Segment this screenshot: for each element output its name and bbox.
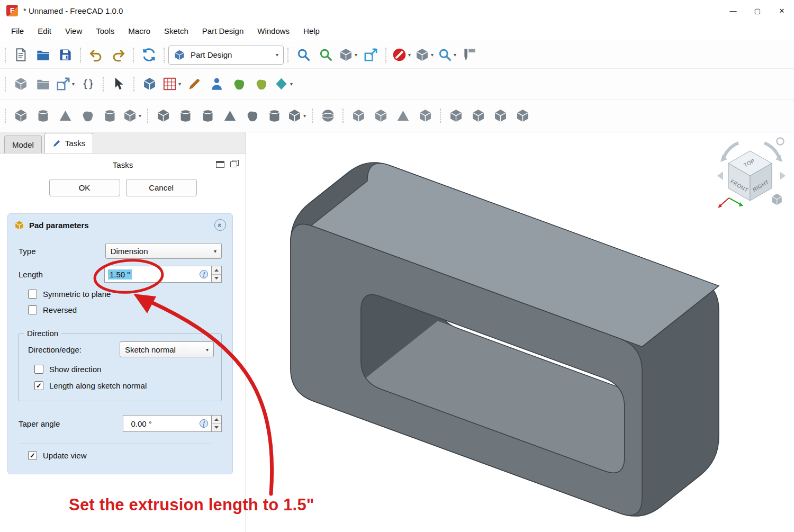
save-button[interactable]	[54, 44, 76, 66]
orbit-arrow-right-icon[interactable]	[764, 143, 779, 158]
orbit-arrow-left-icon[interactable]	[724, 143, 738, 158]
subtractive-primitive-button[interactable]: ▾	[285, 105, 308, 127]
menu-part-design[interactable]: Part Design	[195, 22, 250, 40]
show-direction-checkbox[interactable]	[34, 365, 43, 374]
map-sketch-button[interactable]	[205, 73, 228, 95]
spin-up-icon[interactable]	[212, 266, 221, 275]
update-view-row[interactable]: ✓ Update view	[28, 451, 222, 460]
nav-style-button[interactable]: ▾	[390, 44, 413, 66]
measure-button[interactable]	[458, 44, 481, 66]
datum-button[interactable]: ▾	[272, 73, 295, 95]
type-dropdown[interactable]: Dimension ▾	[105, 243, 222, 259]
whats-this-button[interactable]	[107, 73, 130, 95]
tab-tasks[interactable]: Tasks	[44, 133, 93, 153]
cancel-button[interactable]: Cancel	[126, 179, 197, 196]
shapebinder-button[interactable]	[228, 73, 250, 95]
boolean-button[interactable]	[317, 105, 339, 127]
create-body-button[interactable]	[138, 73, 160, 95]
menu-edit[interactable]: Edit	[31, 22, 58, 40]
menu-macro[interactable]: Macro	[121, 22, 157, 40]
length-along-row[interactable]: ✓ Length along sketch normal	[34, 381, 215, 390]
view-sync-button[interactable]: ▾	[436, 44, 458, 66]
fillet-button[interactable]	[347, 105, 369, 127]
update-view-checkbox[interactable]: ✓	[28, 451, 37, 460]
draft-button[interactable]	[392, 105, 414, 127]
symmetric-row[interactable]: Symmetric to plane	[28, 290, 222, 299]
box-zoom-button[interactable]	[359, 44, 382, 66]
additive-pipe-button[interactable]	[76, 105, 98, 127]
pad-3d-model[interactable]	[247, 132, 794, 532]
direction-edge-dropdown[interactable]: Sketch normal ▾	[120, 341, 214, 357]
length-input[interactable]: 1.50 " ƒ	[104, 266, 212, 283]
spin-down-icon[interactable]	[212, 275, 221, 283]
additive-primitive-button[interactable]: ▾	[121, 105, 143, 127]
fit-selection-button[interactable]	[314, 44, 337, 66]
trackball-icon[interactable]	[777, 138, 784, 145]
subtractive-helix-button[interactable]	[263, 105, 285, 127]
navcube-menu-icon[interactable]	[772, 194, 782, 205]
reversed-checkbox[interactable]	[28, 305, 37, 314]
subtractive-pipe-button[interactable]	[241, 105, 263, 127]
taper-spinner[interactable]	[212, 415, 222, 432]
rotate-left-arrow-icon[interactable]	[717, 172, 723, 180]
panel-float-button[interactable]	[230, 161, 237, 167]
navigation-cube[interactable]: TOP FRONT RIGHT	[713, 134, 790, 214]
navcube-body[interactable]	[728, 151, 772, 201]
pad-button[interactable]	[10, 105, 32, 127]
additive-loft-button[interactable]	[54, 105, 76, 127]
polar-pattern-button[interactable]	[489, 105, 511, 127]
draw-style-button[interactable]: ▾	[413, 44, 436, 66]
subshapebinder-button[interactable]	[250, 73, 272, 95]
group-button[interactable]	[32, 73, 54, 95]
menu-help[interactable]: Help	[296, 22, 327, 40]
collapse-section-button[interactable]: «	[214, 219, 226, 231]
thickness-button[interactable]	[414, 105, 436, 127]
tab-model[interactable]: Model	[4, 136, 42, 153]
refresh-button[interactable]	[138, 44, 160, 66]
hole-button[interactable]	[174, 105, 196, 127]
workbench-selector[interactable]: Part Design▾	[168, 46, 284, 65]
pocket-button[interactable]	[152, 105, 174, 127]
subtractive-loft-button[interactable]	[219, 105, 241, 127]
redo-button[interactable]	[107, 44, 129, 66]
length-along-checkbox[interactable]: ✓	[34, 381, 43, 390]
taper-angle-input[interactable]: 0.00 ° ƒ	[123, 415, 212, 432]
panel-dock-button[interactable]	[216, 161, 224, 168]
rotate-right-arrow-icon[interactable]	[780, 172, 786, 180]
length-spinner[interactable]	[212, 266, 222, 283]
menu-windows[interactable]: Windows	[250, 22, 296, 40]
mirrored-button[interactable]	[445, 105, 467, 127]
ok-button[interactable]: OK	[49, 179, 120, 196]
symmetric-checkbox[interactable]	[28, 290, 37, 299]
revolution-button[interactable]	[32, 105, 54, 127]
link-button[interactable]: ▾	[54, 73, 77, 95]
minimize-button[interactable]: —	[721, 0, 745, 21]
groove-button[interactable]	[196, 105, 219, 127]
edit-sketch-button[interactable]	[183, 73, 205, 95]
menu-sketch[interactable]: Sketch	[157, 22, 195, 40]
linear-pattern-button[interactable]	[467, 105, 489, 127]
fit-all-button[interactable]	[292, 44, 314, 66]
chamfer-button[interactable]	[369, 105, 392, 127]
viewport-3d[interactable]: TOP FRONT RIGHT	[247, 132, 794, 532]
close-button[interactable]: ✕	[770, 0, 794, 21]
menu-view[interactable]: View	[58, 22, 89, 40]
menu-tools[interactable]: Tools	[89, 22, 121, 40]
additive-helix-button[interactable]	[98, 105, 121, 127]
create-sketch-button[interactable]: ▾	[160, 73, 183, 95]
menu-file[interactable]: File	[4, 22, 31, 40]
expression-icon[interactable]: ƒ	[200, 270, 208, 278]
expression-button[interactable]	[77, 73, 99, 95]
spin-down-icon[interactable]	[212, 424, 221, 432]
undo-button[interactable]	[85, 44, 107, 66]
multitransform-button[interactable]	[511, 105, 534, 127]
show-direction-row[interactable]: Show direction	[34, 365, 215, 374]
reversed-row[interactable]: Reversed	[28, 305, 222, 314]
spin-up-icon[interactable]	[212, 416, 221, 424]
std-part-button[interactable]	[10, 73, 32, 95]
new-file-button[interactable]	[10, 44, 32, 66]
view-isometric-button[interactable]: ▾	[337, 44, 359, 66]
maximize-button[interactable]: ▢	[745, 0, 770, 21]
open-file-button[interactable]	[32, 44, 54, 66]
expression-icon[interactable]: ƒ	[200, 419, 208, 428]
